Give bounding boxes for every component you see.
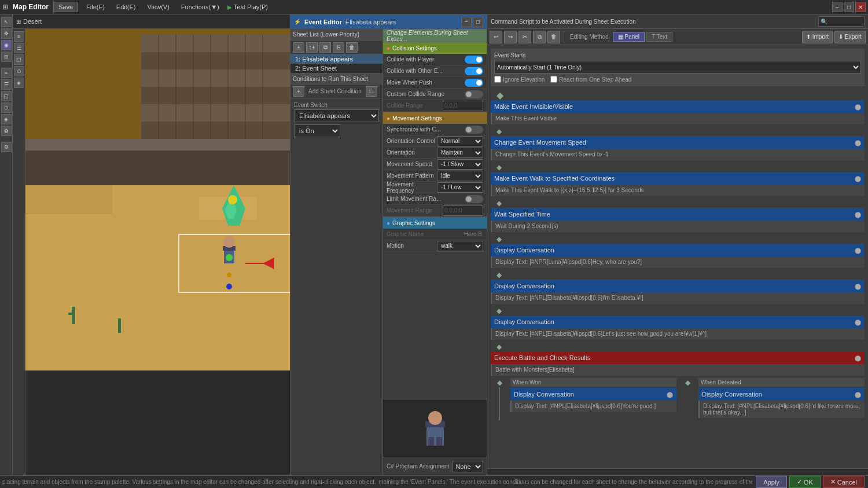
- tool-10[interactable]: ✿: [1, 126, 12, 136]
- save-button[interactable]: Save: [53, 2, 78, 12]
- map-canvas[interactable]: Tools Map List Placed List Common Events: [25, 29, 290, 475]
- cmd-block-7-header[interactable]: Display Conversation ⬤: [491, 315, 865, 328]
- cmd-block-5-header[interactable]: Display Conversation ⬤: [491, 244, 865, 256]
- close-btn[interactable]: ✕: [855, 2, 866, 12]
- event-starts-select[interactable]: Automatically Start (1 Time Only): [494, 61, 861, 74]
- custom-collide-toggle[interactable]: [465, 90, 483, 98]
- ep-maximize[interactable]: □: [473, 17, 483, 27]
- react-from-check[interactable]: React from One Step Ahead: [550, 76, 631, 83]
- copy-btn[interactable]: ⧉: [533, 31, 546, 43]
- redo-btn[interactable]: ↪: [504, 31, 517, 43]
- orientation-ctrl-select[interactable]: Normal: [437, 136, 483, 146]
- tool-cursor[interactable]: ↖: [1, 17, 12, 27]
- tool-7[interactable]: ◱: [1, 91, 12, 101]
- minimize-btn[interactable]: −: [832, 2, 843, 12]
- limit-move-toggle[interactable]: [465, 195, 483, 203]
- ignore-elevation-check[interactable]: Ignore Elevation: [494, 76, 545, 83]
- tool-5[interactable]: ≡: [1, 68, 12, 78]
- copy-sheet-btn[interactable]: ⧉: [319, 42, 331, 53]
- cmd-block-4-header[interactable]: Wait Specified Time ⬤: [491, 208, 865, 221]
- move-speed-select[interactable]: -1 / Slow: [437, 159, 483, 170]
- react-from-checkbox[interactable]: [550, 76, 557, 83]
- move-pattern-select[interactable]: Idle: [437, 171, 483, 181]
- ignore-elevation-checkbox[interactable]: [494, 76, 501, 83]
- map-icon-4[interactable]: ⊙: [14, 66, 24, 76]
- move-push-toggle[interactable]: [465, 79, 483, 87]
- cmd-won-1-header[interactable]: Display Conversation ⬤: [510, 388, 676, 401]
- when-won-label: When Won: [510, 378, 676, 387]
- cmd-block-8-header[interactable]: Execute Battle and Check Results ⬤: [491, 351, 865, 364]
- add-sheet-btn[interactable]: +: [293, 42, 304, 53]
- apply-button[interactable]: Apply: [756, 476, 787, 488]
- cmd-block-8: Execute Battle and Check Results ⬤ Battl…: [491, 351, 865, 376]
- connector-0: ◆: [491, 90, 865, 100]
- cmd-hscrollbar[interactable]: [487, 468, 868, 475]
- add-condition-btn[interactable]: +: [293, 86, 304, 97]
- map-icon-3[interactable]: ◱: [14, 54, 24, 65]
- graphic-label: Graphic Settings: [392, 220, 435, 226]
- event-panel: ⚡ Event Editor Elisabeta appears − □ She…: [290, 14, 487, 475]
- paste-sheet-btn[interactable]: ⎘: [333, 42, 344, 53]
- delete-sheet-btn[interactable]: 🗑: [346, 42, 358, 53]
- tool-9[interactable]: ◈: [1, 114, 12, 124]
- command-body: Event Starts Automatically Start (1 Time…: [487, 45, 868, 468]
- export-btn[interactable]: ⬇ Export: [834, 31, 866, 43]
- map-icon-1[interactable]: ≡: [14, 31, 24, 42]
- is-on-select[interactable]: is On: [294, 124, 340, 137]
- insert-sheet-btn[interactable]: ↑+: [306, 42, 318, 53]
- cmd-def-1-header[interactable]: Display Conversation ⬤: [698, 388, 865, 401]
- cmd-block-2-header[interactable]: Change Event Movement Speed ⬤: [491, 136, 865, 149]
- event-starts-block: Event Starts Automatically Start (1 Time…: [491, 49, 865, 86]
- battle-branches: ◆ When Won Display Conversation ⬤ Displa…: [491, 378, 865, 420]
- motion-select[interactable]: walk: [437, 241, 483, 251]
- collide-range-input[interactable]: [443, 101, 483, 111]
- cmd-block-6: Display Conversation ⬤ Display Text: [#N…: [491, 280, 865, 304]
- collide-other-toggle[interactable]: [465, 67, 483, 75]
- tool-6[interactable]: ☰: [1, 79, 12, 90]
- map-icon-5[interactable]: ◈: [14, 78, 24, 88]
- cmd-block-1-header[interactable]: Make Event Invisible/Visible ⬤: [491, 100, 865, 113]
- test-play-btn[interactable]: ▶ Test Play(P): [227, 3, 268, 10]
- branch-diamond-left: ◆: [497, 379, 502, 387]
- cond-icon[interactable]: □: [366, 86, 377, 97]
- menu-functions[interactable]: Functions(▼): [178, 3, 223, 10]
- menu-view[interactable]: View(V): [144, 3, 172, 10]
- sync-toggle[interactable]: [465, 126, 483, 134]
- tab-text[interactable]: T Text: [646, 32, 672, 42]
- event-switch-label: Event Switch: [294, 102, 379, 108]
- delete-btn[interactable]: 🗑: [547, 31, 560, 43]
- tool-8[interactable]: ⊙: [1, 102, 12, 113]
- tool-move[interactable]: ✥: [1, 28, 12, 39]
- move-freq-select[interactable]: -1 / Low: [437, 182, 483, 193]
- change-elements-header: Change Elements During Sheet Execu...: [383, 29, 487, 42]
- map-icon-2[interactable]: ☰: [14, 43, 24, 53]
- cut-btn[interactable]: ✂: [518, 31, 531, 43]
- move-range-input[interactable]: [443, 206, 483, 216]
- tool-grid[interactable]: ⊞: [1, 52, 12, 62]
- collide-player-toggle[interactable]: [465, 56, 483, 64]
- menu-file[interactable]: File(F): [83, 3, 108, 10]
- orientation-label: Orientation: [387, 149, 437, 156]
- sheet-item-2[interactable]: 2: Event Sheet: [290, 64, 382, 73]
- event-switch-select[interactable]: Elisabeta appears: [294, 109, 379, 122]
- sheet-item-1[interactable]: 1: Elisabeta appears: [290, 54, 382, 64]
- cancel-button[interactable]: ✕ Cancel: [823, 476, 865, 488]
- tool-stamp[interactable]: ◉: [1, 40, 12, 50]
- ok-button[interactable]: ✓ OK: [789, 476, 821, 488]
- tool-11[interactable]: ⚙: [1, 142, 12, 152]
- tab-panel[interactable]: ▦ Panel: [613, 32, 645, 42]
- search-input[interactable]: [818, 16, 865, 27]
- menu-edit[interactable]: Edit(E): [113, 3, 139, 10]
- ep-minimize[interactable]: −: [461, 17, 472, 27]
- cmd-block-5-body: Display Text: [#NPR[Luna]¥lipspd[0.6]Hey…: [491, 256, 865, 268]
- maximize-btn[interactable]: □: [844, 2, 854, 12]
- cmd-block-6-header[interactable]: Display Conversation ⬤: [491, 280, 865, 292]
- import-btn[interactable]: ⬆ Import: [802, 31, 833, 43]
- orientation-select[interactable]: Maintain: [437, 148, 483, 158]
- map-vertical-tabs: Tools Map List Placed List Common Events: [290, 29, 290, 475]
- program-assign-select[interactable]: None: [453, 461, 483, 472]
- cmd-block-3-header[interactable]: Make Event Walk to Specified Coordinates…: [491, 172, 865, 185]
- add-condition-label: Add Sheet Condition: [306, 88, 364, 94]
- svg-rect-36: [68, 313, 75, 315]
- undo-btn[interactable]: ↩: [490, 31, 502, 43]
